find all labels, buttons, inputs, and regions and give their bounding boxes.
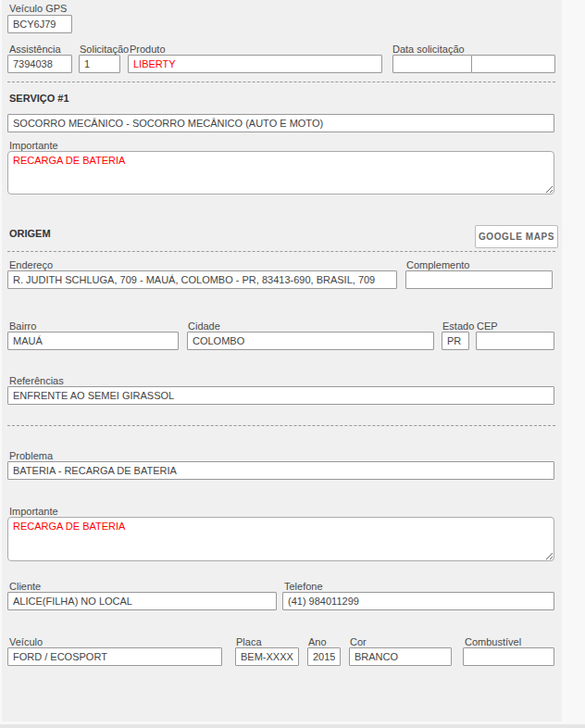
product-input[interactable]: [128, 55, 382, 73]
solicitation-label: Solicitação: [80, 44, 129, 55]
problem-label: Problema: [9, 450, 53, 461]
complement-label: Complemento: [406, 259, 469, 270]
service-important-textarea[interactable]: RECARGA DE BATERIA: [7, 151, 554, 195]
references-input[interactable]: [7, 386, 554, 405]
assistance-input[interactable]: [7, 55, 72, 73]
request-date-label: Data solicitação: [392, 44, 465, 55]
bottom-scrollbar-track: [0, 724, 585, 728]
address-label: Endereço: [9, 259, 53, 270]
service-type-input[interactable]: [7, 114, 554, 132]
address-input[interactable]: [7, 270, 397, 289]
complement-input[interactable]: [405, 270, 553, 289]
origin-section-title: ORIGEM: [9, 228, 51, 239]
district-input[interactable]: [7, 332, 179, 350]
client-label: Cliente: [9, 581, 41, 592]
important-label: Importante: [9, 506, 58, 517]
zip-input[interactable]: [476, 332, 554, 350]
city-label: Cidade: [188, 320, 220, 332]
year-input[interactable]: [307, 647, 341, 666]
product-label: Produto: [130, 44, 166, 55]
request-time-input[interactable]: [471, 55, 555, 73]
fuel-input[interactable]: [463, 647, 554, 666]
separator: [7, 82, 555, 82]
plate-input[interactable]: [235, 647, 299, 666]
service-order-form: Veículo GPS Assistência Solicitação Prod…: [0, 0, 585, 728]
service-section-title: SERVIÇO #1: [9, 93, 69, 104]
color-input[interactable]: [349, 647, 452, 666]
phone-input[interactable]: [282, 592, 554, 610]
separator: [7, 251, 555, 252]
service-important-label: Importante: [9, 140, 58, 151]
state-input[interactable]: [442, 332, 469, 350]
problem-input[interactable]: [7, 461, 554, 480]
solicitation-input[interactable]: [79, 55, 120, 73]
phone-label: Telefone: [284, 581, 323, 592]
vehicle-input[interactable]: [7, 647, 222, 666]
district-label: Bairro: [9, 320, 36, 332]
state-label: Estado: [442, 320, 474, 332]
request-date-input[interactable]: [392, 55, 472, 73]
assistance-label: Assistência: [9, 44, 61, 55]
color-label: Cor: [350, 636, 367, 647]
fuel-label: Combustível: [465, 636, 521, 647]
google-maps-button[interactable]: GOOGLE MAPS: [475, 225, 558, 248]
separator: [7, 425, 555, 426]
client-input[interactable]: [7, 592, 277, 610]
plate-label: Placa: [236, 636, 262, 647]
vehicle-label: Veículo: [9, 636, 43, 647]
year-label: Ano: [308, 636, 327, 647]
vehicle-gps-label: Veículo GPS: [9, 3, 67, 14]
city-input[interactable]: [187, 332, 434, 350]
references-label: Referências: [9, 375, 64, 386]
zip-label: CEP: [477, 320, 498, 332]
vehicle-gps-input[interactable]: [7, 15, 72, 33]
important-textarea[interactable]: RECARGA DE BATERIA: [7, 517, 554, 561]
